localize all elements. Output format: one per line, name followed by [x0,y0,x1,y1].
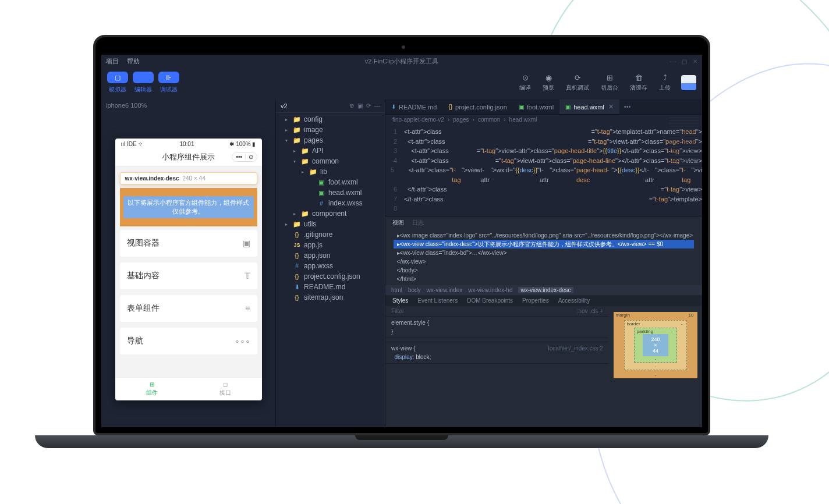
style-tab-1[interactable]: Event Listeners [417,297,458,304]
toolbar-left-1[interactable]: 编辑器 [133,72,154,94]
new-file-icon[interactable]: ⊕ [349,102,354,109]
code-line[interactable]: 5 <t-attr">class="t-tag">view t-attr">wx… [385,165,702,184]
json-icon: {} [293,231,301,238]
dom-line[interactable]: </wx-view> [394,257,694,266]
css-rule[interactable]: element.style {} [385,317,609,338]
code-line[interactable]: 6 </t-attr">class="t-tag">view> [385,184,702,194]
code-line[interactable]: 8 [385,204,702,214]
dom-crumb-item[interactable]: wx-view.index-desc [518,287,573,293]
tree-item[interactable]: {} sitemap.json [276,292,385,303]
dom-line[interactable]: ▸<wx-view class="index-bd">…</wx-view> [394,249,694,257]
breadcrumb-item[interactable]: pages [453,116,469,123]
menu-project[interactable]: 项目 [106,57,119,66]
toolbar-action-2[interactable]: ⟳真机调试 [566,73,589,92]
style-rules[interactable]: Filter :hov .cls + element.style {} </sp… [385,306,609,428]
phone-tab-0[interactable]: ⊞组件 [115,378,189,400]
maximize-icon[interactable]: ▢ [682,58,687,65]
folder-icon: 📁 [293,221,301,228]
toolbar-action-4[interactable]: 🗑清缓存 [630,73,647,92]
styles-filter-input[interactable]: Filter [391,308,404,314]
dom-line[interactable]: </body> [394,266,694,275]
menu-card-1[interactable]: 基础内容𝕋 [120,262,257,289]
dom-crumb-item[interactable]: wx-view.index-hd [468,287,512,293]
editor-tab-0[interactable]: ⬇ README.md [385,100,442,114]
tree-item[interactable]: ▸ 📁 component [276,208,385,219]
collapse-icon[interactable]: — [374,102,380,109]
tree-item[interactable]: {} app.json [276,250,385,261]
tree-item[interactable]: {} project.config.json [276,271,385,282]
breadcrumb-item[interactable]: common [478,116,500,123]
tree-item[interactable]: # index.wxss [276,198,385,208]
json-icon: {} [293,294,301,301]
wxss-icon: # [293,262,301,269]
toolbar-action-1[interactable]: ◉预览 [543,73,554,92]
style-tab-3[interactable]: Properties [522,297,549,304]
breadcrumb-item[interactable]: fino-applet-demo-v2 [392,116,444,123]
tree-item[interactable]: ▸ 📁 API [276,145,385,156]
style-tab-0[interactable]: Styles [392,297,408,304]
refresh-icon[interactable]: ⟳ [366,102,371,109]
tree-item[interactable]: ▣ foot.wxml [276,177,385,187]
devtools-tab-elements[interactable]: 视图 [392,219,404,227]
tabs-more-icon[interactable]: ••• [619,100,636,114]
tree-item[interactable]: ▸ 📁 utils [276,219,385,229]
code-line[interactable]: 2 <t-attr">class="t-tag">view t-attr">cl… [385,137,702,147]
dom-crumb-item[interactable]: body [408,287,421,293]
new-folder-icon[interactable]: ▣ [357,102,363,109]
code-editor[interactable]: 1<t-attr">class="t-tag">template t-attr"… [385,125,702,216]
minimap[interactable] [669,117,699,169]
styles-filter-controls[interactable]: :hov .cls + [577,308,603,314]
tree-item[interactable]: ▾ 📁 pages [276,135,385,145]
close-icon[interactable]: ✕ [693,58,697,65]
editor-tab-1[interactable]: {} project.config.json [442,100,512,114]
menu-help[interactable]: 帮助 [127,57,140,66]
code-line[interactable]: 3 <t-attr">class="t-tag">view t-attr">cl… [385,146,702,156]
tree-item[interactable]: ⬇ README.md [276,282,385,292]
dom-breadcrumb[interactable]: htmlbodywx-view.indexwx-view.index-hdwx-… [385,285,702,295]
code-line[interactable]: 1<t-attr">class="t-tag">template t-attr"… [385,127,702,137]
phone-tab-1[interactable]: ◻接口 [189,378,262,400]
target-icon[interactable]: ⊙ [249,154,253,160]
phone-capsule[interactable]: ••• | ⊙ [232,152,257,162]
avatar[interactable] [681,75,696,90]
css-rule[interactable]: </span> <div>.index-desc {</div><div>&nb… [385,338,609,342]
tree-item[interactable]: {} .gitignore [276,229,385,240]
toolbar-action-0[interactable]: ⊙编译 [519,73,531,92]
style-tab-2[interactable]: DOM Breakpoints [467,297,513,304]
more-icon[interactable]: ••• [236,154,242,160]
dom-line[interactable]: </html> [394,275,694,283]
tree-item[interactable]: ▾ 📁 common [276,156,385,166]
breadcrumb-item[interactable]: head.wxml [509,116,537,123]
menu-card-0[interactable]: 视图容器▣ [120,230,257,257]
tree-item[interactable]: JS app.js [276,240,385,250]
toolbar-action-5[interactable]: ⤴上传 [659,73,671,92]
menu-card-2[interactable]: 表单组件≡ [120,295,257,322]
minimize-icon[interactable]: — [670,58,676,65]
tree-item[interactable]: ▸ 📁 config [276,114,385,125]
devtools-tab-log[interactable]: 日志 [412,219,424,227]
code-line[interactable]: 4 <t-attr">class="t-tag">view t-attr">cl… [385,156,702,166]
folder-icon: 📁 [293,126,301,134]
code-line[interactable]: 7</t-attr">class="t-tag">template> [385,194,702,204]
tree-item[interactable]: # app.wxss [276,261,385,271]
phone-tabbar: ⊞组件 ◻接口 [115,377,262,400]
tree-item[interactable]: ▸ 📁 image [276,125,385,135]
tree-item[interactable]: ▣ head.wxml [276,187,385,198]
dom-crumb-item[interactable]: wx-view.index [427,287,463,293]
dom-line[interactable]: ▸<wx-view class="index-desc">以下将展示小程序官方组… [394,240,694,249]
margin-bottom-value: - [655,372,657,378]
tree-item[interactable]: ▸ 📁 lib [276,166,385,177]
dom-tree[interactable]: ▸<wx-image class="index-logo" src="../re… [385,229,702,285]
editor-tab-2[interactable]: ▣ foot.wxml [513,100,559,114]
dom-crumb-item[interactable]: html [391,287,402,293]
toolbar-left-2[interactable]: ⊪调试器 [158,72,179,94]
menu-card-3[interactable]: 导航∘∘∘ [120,328,257,354]
editor-tab-3[interactable]: ▣ head.wxml✕ [559,100,619,114]
close-icon[interactable]: ✕ [608,103,614,111]
toolbar-action-3[interactable]: ⊞切后台 [601,73,618,92]
style-tab-4[interactable]: Accessibility [558,297,590,304]
project-root[interactable]: v2 [281,102,288,109]
css-rule[interactable]: localfile:/_index.css:2 wx-view { displa… [385,342,609,364]
dom-line[interactable]: ▸<wx-image class="index-logo" src="../re… [394,231,694,240]
toolbar-left-0[interactable]: ▢模拟器 [107,72,128,94]
